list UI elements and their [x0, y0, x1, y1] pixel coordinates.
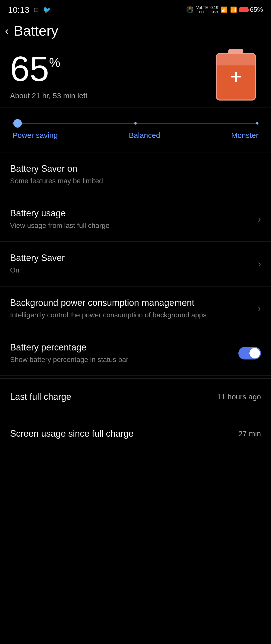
- status-time: 10:13: [8, 5, 29, 15]
- page-header: ‹ Battery: [0, 18, 271, 44]
- slider-labels: Power saving Balanced Monster: [13, 131, 258, 140]
- battery-usage-title: Battery usage: [10, 208, 258, 219]
- battery-saver-on-subtitle: Some features may be limited: [10, 176, 261, 186]
- last-full-charge-label: Last full charge: [10, 392, 71, 402]
- battery-number: 65: [10, 51, 49, 86]
- background-power-text: Background power consumption management …: [10, 298, 258, 320]
- screen-usage-label: Screen usage since full charge: [10, 428, 133, 439]
- battery-graphic: +: [216, 49, 261, 99]
- monster-label[interactable]: Monster: [231, 131, 258, 140]
- background-power-subtitle: Intelligently control the power consumpt…: [10, 310, 258, 320]
- background-power-title: Background power consumption management: [10, 298, 258, 308]
- battery-saver-on-title: Battery Saver on: [10, 163, 261, 174]
- battery-percent-info: 65 % About 21 hr, 53 min left: [10, 46, 88, 100]
- battery-saver-text: Battery Saver On: [10, 253, 258, 275]
- battery-saver-banner-text: Battery Saver on Some features may be li…: [10, 163, 261, 186]
- chevron-right-icon: ›: [258, 214, 261, 225]
- battery-percentage-text: Battery percentage Show battery percenta…: [10, 342, 238, 364]
- last-charge-row: Last full charge 11 hours ago: [10, 379, 261, 415]
- battery-status-icon: 65%: [239, 6, 263, 14]
- battery-terminal: [228, 49, 243, 53]
- power-mode-section[interactable]: Power saving Balanced Monster: [0, 108, 271, 152]
- battery-saver-banner[interactable]: Battery Saver on Some features may be li…: [0, 152, 271, 197]
- chevron-right-icon-3: ›: [258, 303, 261, 314]
- vibrate-icon: 📳: [186, 6, 194, 13]
- battery-percentage-toggle[interactable]: [238, 347, 261, 359]
- last-full-charge-value: 11 hours ago: [217, 393, 261, 401]
- toggle-thumb: [249, 348, 260, 358]
- twitter-icon: 🐦: [43, 6, 51, 14]
- battery-body: +: [216, 53, 256, 101]
- battery-percentage-item[interactable]: Battery percentage Show battery percenta…: [0, 331, 271, 376]
- battery-saver-status: On: [10, 265, 258, 275]
- battery-percentage-subtitle: Show battery percentage in status bar: [10, 355, 238, 364]
- battery-usage-subtitle: View usage from last full charge: [10, 221, 258, 230]
- last-charge-section: Last full charge 11 hours ago Screen usa…: [0, 378, 271, 452]
- page-title: Battery: [14, 23, 58, 39]
- network-type: VoLTE LTE: [196, 5, 208, 14]
- slider-dot-right: [256, 122, 258, 125]
- battery-display-section: 65 % About 21 hr, 53 min left +: [0, 44, 271, 108]
- slider-dot-mid: [134, 122, 137, 125]
- slider-thumb[interactable]: [13, 119, 22, 128]
- battery-percent-sign: %: [49, 56, 60, 69]
- slider-track: [13, 123, 258, 124]
- battery-usage-text: Battery usage View usage from last full …: [10, 208, 258, 230]
- battery-percentage-title: Battery percentage: [10, 342, 238, 353]
- settings-list: Battery usage View usage from last full …: [0, 197, 271, 376]
- status-bar: 10:13 ⊡ 🐦 📳 VoLTE LTE 0.19 KB/s 📶 📶 65%: [0, 0, 271, 18]
- battery-plus-icon: +: [230, 67, 242, 87]
- screenshot-icon: ⊡: [33, 6, 39, 14]
- power-mode-slider[interactable]: [13, 123, 258, 124]
- battery-percent-status: 65%: [250, 6, 263, 14]
- data-speed: 0.19 KB/s: [211, 5, 218, 14]
- status-bar-right: 📳 VoLTE LTE 0.19 KB/s 📶 📶 65%: [186, 5, 263, 14]
- screen-usage-value: 27 min: [238, 429, 261, 438]
- signal-icon: 📶: [230, 7, 237, 13]
- background-power-item[interactable]: Background power consumption management …: [0, 287, 271, 331]
- power-saving-label[interactable]: Power saving: [13, 131, 58, 140]
- balanced-label[interactable]: Balanced: [129, 131, 160, 140]
- battery-time-left: About 21 hr, 53 min left: [10, 91, 88, 100]
- battery-usage-item[interactable]: Battery usage View usage from last full …: [0, 197, 271, 242]
- battery-percent-display: 65 %: [10, 51, 88, 86]
- status-bar-left: 10:13 ⊡ 🐦: [8, 5, 51, 15]
- battery-saver-title: Battery Saver: [10, 253, 258, 263]
- chevron-right-icon-2: ›: [258, 259, 261, 269]
- wifi-icon: 📶: [221, 7, 228, 13]
- battery-saver-item[interactable]: Battery Saver On ›: [0, 242, 271, 286]
- back-button[interactable]: ‹: [5, 25, 9, 37]
- screen-usage-row: Screen usage since full charge 27 min: [10, 415, 261, 452]
